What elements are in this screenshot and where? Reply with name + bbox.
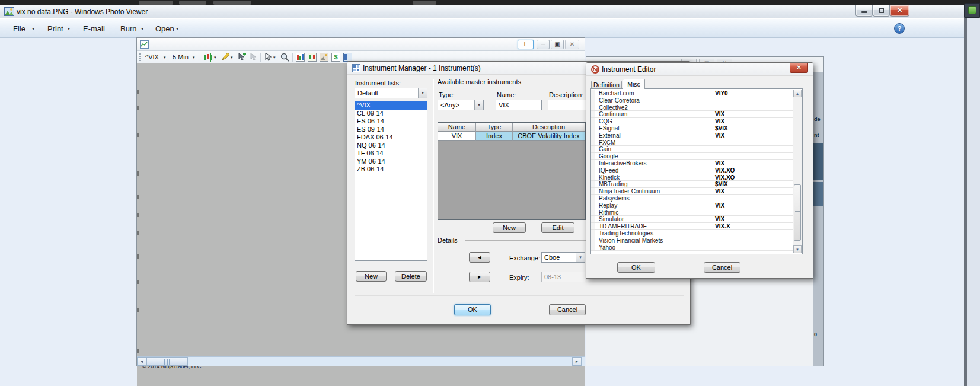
provider-symbol[interactable] [711,146,793,152]
move-left-button[interactable]: ◄ [469,252,490,263]
chart-minimize-button[interactable]: ─ [537,40,550,49]
move-right-button[interactable]: ► [469,272,490,282]
table-row[interactable]: VIX Index CBOE Volatility Index [438,132,585,141]
type-dropdown[interactable]: <Any> [438,100,484,110]
cell-description[interactable]: CBOE Volatility Index [513,132,585,141]
window-maximize-button[interactable] [873,5,890,17]
help-icon[interactable]: ? [894,23,905,34]
mapping-row[interactable]: External VIX [591,132,793,139]
provider-symbol[interactable]: VIX [711,132,793,139]
magnifier-icon[interactable] [280,53,289,62]
provider-symbol[interactable] [711,104,793,111]
chart-style-icon[interactable] [203,53,213,62]
scroll-left-arrow[interactable]: ◄ [137,357,146,366]
chevron-down-icon[interactable] [214,51,216,63]
editor-close-button[interactable]: ✕ [790,63,808,73]
mapping-row[interactable]: Simulator VIX [591,216,793,223]
provider-symbol[interactable]: VIX.XO [711,167,793,174]
instrument-list-item[interactable]: CL 09-14 [355,110,427,118]
instrument-selector[interactable]: ^VIX [145,51,159,63]
cancel-button[interactable]: Cancel [549,304,586,315]
window-close-button[interactable]: ✕ [890,5,909,17]
scrollbar-thumb[interactable] [794,184,801,241]
chevron-down-icon[interactable] [576,253,585,262]
mapping-row[interactable]: Replay VIX [591,202,793,209]
provider-symbol[interactable]: VIX [711,216,793,222]
provider-symbol[interactable] [711,139,793,146]
chevron-down-icon[interactable] [231,51,233,63]
instrument-editor-titlebar[interactable]: Instrument Editor ✕ [586,63,813,76]
chevron-down-icon[interactable] [164,51,166,63]
horizontal-scrollbar[interactable]: ◄ ► [137,356,585,366]
chevron-down-icon[interactable] [193,51,195,63]
mapping-row[interactable]: CQG VIX [591,118,793,125]
chevron-down-icon[interactable] [32,19,34,39]
instrument-list-dropdown[interactable]: Default [355,88,427,98]
instrument-list-item[interactable]: NQ 06-14 [355,142,427,150]
pencil-icon[interactable] [221,53,229,61]
menu-file[interactable]: File [13,19,25,39]
provider-symbol[interactable] [711,230,793,237]
mapping-row[interactable]: FXCM [591,139,793,146]
mapping-row[interactable]: Barchart.com VIY0 [591,90,793,97]
instrument-list-item[interactable]: ES 09-14 [355,126,427,134]
interval-selector[interactable]: 5 Min [173,51,189,63]
instrument-list-item[interactable]: ^VIX [355,101,427,110]
ok-button[interactable]: OK [454,304,491,315]
editor-ok-button[interactable]: OK [617,262,655,273]
chevron-down-icon[interactable] [418,88,427,98]
instrument-list-item[interactable]: ZB 06-14 [355,165,427,174]
new-instrument-button[interactable]: New [493,222,526,233]
new-list-button[interactable]: New [356,271,387,282]
vertical-scrollbar[interactable]: ▲ ▼ [793,90,802,253]
delete-list-button[interactable]: Delete [395,271,427,282]
mapping-row[interactable]: MBTrading $VIX [591,181,793,188]
provider-symbol[interactable]: VIX [711,188,793,194]
chevron-down-icon[interactable] [141,19,143,39]
pointer-add-icon[interactable] [238,53,246,61]
provider-symbol[interactable]: VIX [711,202,793,209]
provider-symbol[interactable]: VIY0 [711,90,793,97]
menu-open[interactable]: Open [155,19,174,39]
master-instrument-table[interactable]: Name Type Description VIX Index CBOE Vol… [438,122,586,220]
menu-burn[interactable]: Burn [120,19,136,39]
mapping-row[interactable]: Gain [591,146,793,153]
provider-symbol[interactable]: $VIX [711,181,793,187]
mapping-row[interactable]: TradingTechnologies [591,230,793,237]
indicator-bars-icon[interactable] [296,53,305,62]
mapping-row[interactable]: InteractiveBrokers VIX [591,160,793,167]
provider-symbol[interactable] [711,244,793,251]
dollar-icon[interactable]: $ [331,53,340,62]
mapping-row[interactable]: Vision Financial Markets [591,237,793,244]
mapping-row[interactable]: Clear Corretora [591,97,793,104]
provider-symbol[interactable] [711,97,793,104]
candles-panel-icon[interactable] [308,53,317,62]
menu-email[interactable]: E-mail [83,19,105,39]
panel-grid-icon[interactable] [343,53,352,62]
mapping-row[interactable]: Collective2 [591,104,793,111]
link-button[interactable]: L [518,40,534,49]
provider-symbol[interactable] [711,209,793,216]
instrument-list-item[interactable]: FDAX 06-14 [355,133,427,142]
column-header[interactable]: Type [476,123,513,132]
scroll-down-arrow[interactable]: ▼ [793,245,802,253]
provider-symbol[interactable]: VIX [711,111,793,117]
column-header[interactable]: Name [438,123,476,132]
scrollbar-thumb[interactable] [146,357,188,366]
chevron-down-icon[interactable] [68,19,70,39]
instrument-list-item[interactable]: TF 06-14 [355,149,427,158]
provider-symbol[interactable]: $VIX [711,125,793,132]
scroll-up-arrow[interactable]: ▲ [793,90,802,97]
mapping-row[interactable]: Continuum VIX [591,111,793,118]
mapping-row[interactable]: Google [591,153,793,160]
symbol-mapping-table[interactable]: Barchart.com VIY0 Clear Corretora Collec… [590,88,803,254]
provider-symbol[interactable] [711,153,793,159]
tab-misc[interactable]: Misc [623,79,645,89]
instrument-list-item[interactable]: YM 06-14 [355,158,427,166]
provider-symbol[interactable]: VIX [711,118,793,125]
chart-close-button[interactable]: ✕ [565,40,579,49]
mapping-row[interactable]: IQFeed VIX.XO [591,167,793,174]
chevron-down-icon[interactable] [474,100,483,110]
tab-definition[interactable]: Definition [591,81,622,89]
provider-symbol[interactable] [711,237,793,244]
